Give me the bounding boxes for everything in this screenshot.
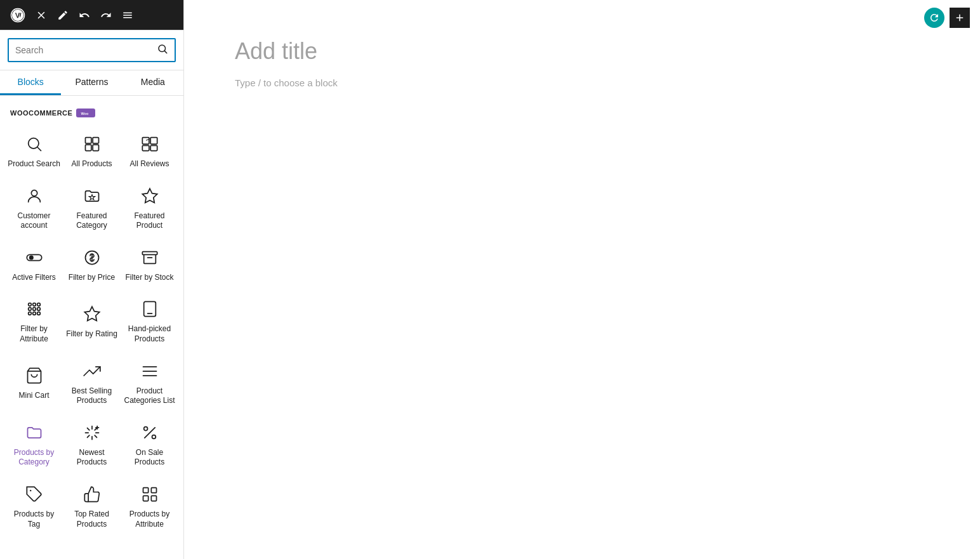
block-item-filter-by-rating[interactable]: Filter by Rating xyxy=(63,290,121,352)
trending-up-icon xyxy=(81,360,103,383)
block-label-mini-cart: Mini Cart xyxy=(18,391,49,401)
block-item-mini-cart[interactable]: Mini Cart xyxy=(5,352,63,414)
svg-point-19 xyxy=(32,303,36,306)
block-label-filter-by-stock: Filter by Stock xyxy=(125,273,173,283)
tab-media[interactable]: Media xyxy=(122,70,183,95)
block-label-featured-category: Featured Category xyxy=(65,211,118,231)
block-label-newest-products: Newest Products xyxy=(65,448,118,468)
svg-point-4 xyxy=(28,138,38,148)
body-placeholder[interactable]: Type / to choose a block xyxy=(235,77,929,88)
svg-text:Woo: Woo xyxy=(81,112,89,115)
block-label-product-categories-list: Product Categories List xyxy=(123,386,176,406)
star-outline-icon xyxy=(81,303,103,326)
svg-rect-14 xyxy=(27,254,41,260)
block-item-filter-by-price[interactable]: Filter by Price xyxy=(63,239,121,291)
svg-rect-6 xyxy=(93,138,98,143)
search-icon[interactable] xyxy=(157,43,168,57)
block-label-filter-by-price: Filter by Price xyxy=(69,273,115,283)
block-label-featured-product: Featured Product xyxy=(123,211,176,231)
edit-icon[interactable] xyxy=(55,7,71,23)
block-item-top-rated-products[interactable]: Top Rated Products xyxy=(63,475,121,537)
sidebar-content: WOOCOMMERCE Woo Product Search xyxy=(0,96,183,559)
page-title-placeholder[interactable]: Add title xyxy=(235,38,929,65)
tablet-icon xyxy=(138,298,161,320)
block-item-all-products[interactable]: All Products xyxy=(63,125,121,177)
thumbs-up-icon xyxy=(81,483,103,506)
block-label-customer-account: Customer account xyxy=(8,211,60,231)
block-grid: Product Search All Products xyxy=(0,125,183,537)
refresh-button[interactable] xyxy=(924,8,944,28)
percent-icon xyxy=(138,421,161,444)
svg-point-22 xyxy=(32,308,36,311)
search-icon xyxy=(23,133,46,155)
tab-patterns[interactable]: Patterns xyxy=(61,70,122,95)
svg-rect-8 xyxy=(93,145,98,150)
tab-blocks[interactable]: Blocks xyxy=(0,70,61,95)
block-item-best-selling-products[interactable]: Best Selling Products xyxy=(63,352,121,414)
close-icon[interactable] xyxy=(33,7,50,23)
block-item-product-search[interactable]: Product Search xyxy=(5,125,63,177)
folder-icon xyxy=(23,421,46,444)
dollar-circle-icon xyxy=(81,246,103,269)
wp-logo[interactable] xyxy=(8,5,28,25)
block-item-all-reviews[interactable]: All Reviews xyxy=(121,125,178,177)
archive-icon xyxy=(138,246,161,269)
block-item-hand-picked-products[interactable]: Hand-picked Products xyxy=(121,290,178,352)
svg-point-33 xyxy=(143,426,147,430)
tabs-bar: Blocks Patterns Media xyxy=(0,70,183,96)
block-item-product-categories-list[interactable]: Product Categories List xyxy=(121,352,178,414)
block-item-featured-category[interactable]: Featured Category xyxy=(63,177,121,239)
top-right-actions xyxy=(924,8,970,28)
toggle-icon xyxy=(23,246,46,269)
block-label-on-sale-products: On Sale Products xyxy=(123,448,176,468)
block-label-filter-by-rating: Filter by Rating xyxy=(66,329,117,339)
block-item-featured-product[interactable]: Featured Product xyxy=(121,177,178,239)
grid-icon xyxy=(81,133,103,155)
block-item-products-by-tag[interactable]: Products by Tag xyxy=(5,475,63,537)
svg-point-20 xyxy=(37,303,40,306)
block-label-products-by-attribute: Products by Attribute xyxy=(123,510,176,529)
svg-point-26 xyxy=(37,312,40,315)
undo-icon[interactable] xyxy=(76,7,93,23)
block-label-active-filters: Active Filters xyxy=(12,273,56,283)
menu-icon[interactable] xyxy=(119,7,136,23)
svg-rect-12 xyxy=(150,145,157,150)
svg-point-13 xyxy=(31,190,37,195)
search-box[interactable] xyxy=(8,38,176,62)
svg-rect-10 xyxy=(150,138,157,145)
block-item-filter-by-stock[interactable]: Filter by Stock xyxy=(121,239,178,291)
svg-rect-39 xyxy=(151,496,156,501)
svg-point-25 xyxy=(32,312,36,315)
search-input[interactable] xyxy=(15,45,152,55)
svg-rect-17 xyxy=(142,251,157,254)
block-item-newest-products[interactable]: Newest Products xyxy=(63,414,121,475)
block-item-products-by-attribute[interactable]: Products by Attribute xyxy=(121,475,178,537)
grid4-icon xyxy=(23,298,46,320)
svg-point-34 xyxy=(152,435,156,438)
svg-rect-37 xyxy=(151,487,156,492)
block-label-best-selling-products: Best Selling Products xyxy=(65,386,118,406)
block-item-products-by-category[interactable]: Products by Category xyxy=(5,414,63,475)
cart-icon xyxy=(23,364,46,387)
add-block-button[interactable] xyxy=(950,8,970,28)
woocommerce-label: WOOCOMMERCE xyxy=(10,109,72,117)
svg-point-15 xyxy=(29,255,33,260)
block-label-filter-by-attribute: Filter by Attribute xyxy=(8,324,60,344)
woocommerce-badge: Woo xyxy=(76,109,95,117)
svg-point-18 xyxy=(28,303,31,306)
block-label-hand-picked-products: Hand-picked Products xyxy=(123,324,176,344)
block-item-filter-by-attribute[interactable]: Filter by Attribute xyxy=(5,290,63,352)
block-label-all-products: All Products xyxy=(71,159,112,169)
star-icon xyxy=(138,185,161,207)
redo-icon[interactable] xyxy=(98,7,114,23)
block-item-active-filters[interactable]: Active Filters xyxy=(5,239,63,291)
sparkle-plus-icon xyxy=(81,421,103,444)
woocommerce-header: WOOCOMMERCE Woo xyxy=(0,103,183,125)
block-item-customer-account[interactable]: Customer account xyxy=(5,177,63,239)
tag-icon xyxy=(23,483,46,506)
list-icon xyxy=(138,360,161,383)
svg-line-32 xyxy=(144,428,154,438)
block-item-on-sale-products[interactable]: On Sale Products xyxy=(121,414,178,475)
svg-rect-36 xyxy=(143,487,148,492)
svg-rect-27 xyxy=(143,302,156,317)
